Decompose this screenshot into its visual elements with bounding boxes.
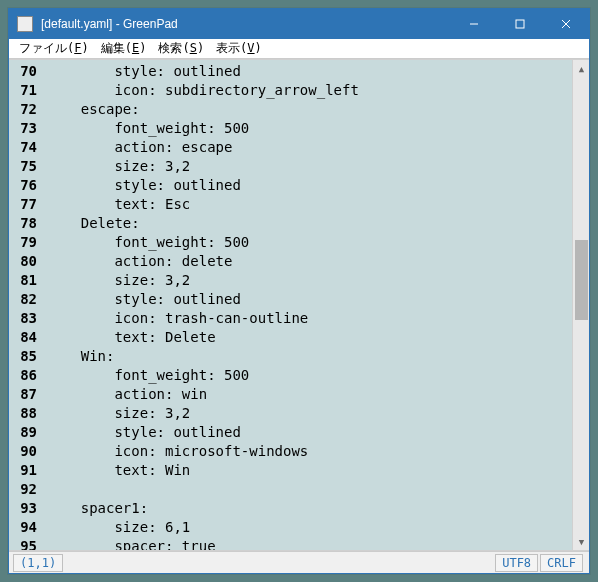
titlebar[interactable]: [default.yaml] - GreenPad [9, 9, 589, 39]
line-number: 79 [11, 233, 37, 252]
scroll-down-arrow-icon[interactable]: ▼ [573, 533, 589, 550]
line-number: 88 [11, 404, 37, 423]
line-number: 77 [11, 195, 37, 214]
statusbar: (1,1) UTF8 CRLF [9, 551, 589, 573]
code-line[interactable]: font_weight: 500 [47, 233, 572, 252]
code-line[interactable]: action: delete [47, 252, 572, 271]
line-number: 80 [11, 252, 37, 271]
code-line[interactable]: text: Esc [47, 195, 572, 214]
line-number: 85 [11, 347, 37, 366]
line-number: 71 [11, 81, 37, 100]
code-line[interactable]: icon: microsoft-windows [47, 442, 572, 461]
menu-view[interactable]: 表示(V) [210, 40, 268, 57]
vertical-scrollbar[interactable]: ▲ ▼ [572, 60, 589, 550]
line-number: 87 [11, 385, 37, 404]
code-line[interactable]: Win: [47, 347, 572, 366]
svg-rect-1 [516, 20, 524, 28]
line-number: 75 [11, 157, 37, 176]
code-line[interactable]: style: outlined [47, 290, 572, 309]
status-encoding: UTF8 [495, 554, 538, 572]
code-line[interactable]: font_weight: 500 [47, 119, 572, 138]
line-number: 74 [11, 138, 37, 157]
line-number: 93 [11, 499, 37, 518]
editor[interactable]: 7071727374757677787980818283848586878889… [9, 59, 589, 551]
line-number: 94 [11, 518, 37, 537]
code-line[interactable]: font_weight: 500 [47, 366, 572, 385]
menu-edit[interactable]: 編集(E) [95, 40, 153, 57]
maximize-icon [515, 19, 525, 29]
status-cursor-position: (1,1) [13, 554, 63, 572]
code-line[interactable]: style: outlined [47, 176, 572, 195]
line-number: 70 [11, 62, 37, 81]
code-line[interactable]: spacer: true [47, 537, 572, 551]
code-line[interactable]: icon: subdirectory_arrow_left [47, 81, 572, 100]
line-number: 90 [11, 442, 37, 461]
line-number: 84 [11, 328, 37, 347]
menu-search[interactable]: 検索(S) [152, 40, 210, 57]
scroll-up-arrow-icon[interactable]: ▲ [573, 60, 589, 77]
line-number: 81 [11, 271, 37, 290]
menu-file[interactable]: ファイル(F) [13, 40, 95, 57]
code-line[interactable]: size: 6,1 [47, 518, 572, 537]
minimize-icon [469, 19, 479, 29]
code-line[interactable] [47, 480, 572, 499]
minimize-button[interactable] [451, 9, 497, 39]
close-icon [561, 19, 571, 29]
line-number: 91 [11, 461, 37, 480]
close-button[interactable] [543, 9, 589, 39]
line-number: 86 [11, 366, 37, 385]
code-line[interactable]: text: Win [47, 461, 572, 480]
code-line[interactable]: size: 3,2 [47, 271, 572, 290]
line-number: 92 [11, 480, 37, 499]
app-window: [default.yaml] - GreenPad ファイル(F) 編集(E) … [8, 8, 590, 574]
code-line[interactable]: size: 3,2 [47, 404, 572, 423]
code-line[interactable]: style: outlined [47, 423, 572, 442]
code-line[interactable]: action: escape [47, 138, 572, 157]
line-number: 78 [11, 214, 37, 233]
line-number: 76 [11, 176, 37, 195]
code-line[interactable]: style: outlined [47, 62, 572, 81]
line-number: 72 [11, 100, 37, 119]
code-line[interactable]: size: 3,2 [47, 157, 572, 176]
scrollbar-thumb[interactable] [575, 240, 588, 320]
line-number-gutter: 7071727374757677787980818283848586878889… [9, 60, 43, 550]
maximize-button[interactable] [497, 9, 543, 39]
line-number: 73 [11, 119, 37, 138]
line-number: 95 [11, 537, 37, 551]
code-line[interactable]: spacer1: [47, 499, 572, 518]
code-area[interactable]: style: outlined icon: subdirectory_arrow… [43, 60, 572, 550]
code-line[interactable]: action: win [47, 385, 572, 404]
code-line[interactable]: Delete: [47, 214, 572, 233]
line-number: 89 [11, 423, 37, 442]
code-line[interactable]: text: Delete [47, 328, 572, 347]
line-number: 83 [11, 309, 37, 328]
app-icon [17, 16, 33, 32]
status-eol: CRLF [540, 554, 583, 572]
code-line[interactable]: escape: [47, 100, 572, 119]
line-number: 82 [11, 290, 37, 309]
menubar: ファイル(F) 編集(E) 検索(S) 表示(V) [9, 39, 589, 59]
window-controls [451, 9, 589, 39]
code-line[interactable]: icon: trash-can-outline [47, 309, 572, 328]
window-title: [default.yaml] - GreenPad [41, 17, 451, 31]
